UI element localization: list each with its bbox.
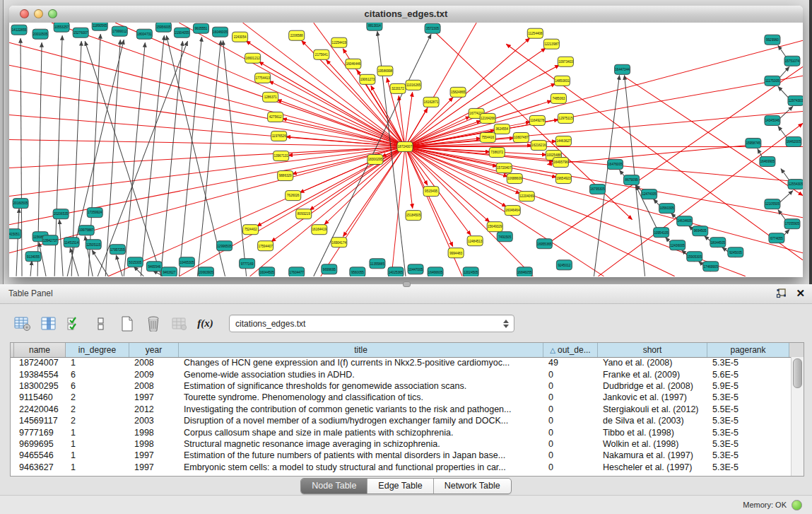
table-cell[interactable]: Yano et al. (2008): [598, 358, 707, 368]
table-cell[interactable]: 5.3E-5: [707, 392, 789, 402]
table-cell[interactable]: 5.6E-5: [707, 370, 789, 380]
table-cell[interactable]: de Silva et al. (2003): [598, 416, 707, 426]
tab-network-table[interactable]: Network Table: [434, 479, 511, 493]
delete-table-icon[interactable]: [143, 314, 163, 333]
column-visibility-icon[interactable]: [39, 314, 58, 333]
table-cell[interactable]: 1998: [129, 439, 179, 449]
column-header-pagerank[interactable]: pagerank: [707, 343, 789, 357]
scrollbar-thumb[interactable]: [793, 358, 802, 388]
table-cell[interactable]: 1997: [129, 450, 179, 460]
table-cell[interactable]: 1998: [129, 428, 179, 438]
table-cell[interactable]: 6: [66, 381, 129, 391]
column-header-in-degree[interactable]: in_degree: [66, 343, 129, 357]
table-cell[interactable]: 1997: [129, 462, 179, 472]
table-cell[interactable]: Dudbridge et al. (2008): [598, 381, 707, 391]
panel-resize-handle[interactable]: [403, 281, 411, 287]
table-cell[interactable]: Structural magnetic resonance image aver…: [179, 439, 543, 449]
table-cell[interactable]: 5.5E-5: [707, 404, 789, 414]
table-cell[interactable]: 9463627: [14, 462, 66, 472]
table-cell[interactable]: 0: [543, 381, 598, 391]
table-cell[interactable]: 9465546: [14, 450, 66, 460]
table-cell[interactable]: 2012: [129, 404, 179, 414]
table-cell[interactable]: Franke et al. (2009): [598, 370, 707, 380]
network-view-canvas[interactable]: 1412285520010505105532571527600711890565…: [9, 23, 803, 276]
table-cell[interactable]: 1: [66, 450, 129, 460]
table-cell[interactable]: Estimation of the future numbers of pati…: [179, 450, 543, 460]
table-row[interactable]: 1830029562008Estimation of significance …: [11, 380, 792, 392]
table-cell[interactable]: 9699695: [14, 439, 66, 449]
table-cell[interactable]: Tourette syndrome. Phenomenology and cla…: [179, 392, 543, 402]
table-row[interactable]: 946554611997Estimation of the future num…: [11, 450, 792, 461]
table-cell[interactable]: 6: [66, 370, 129, 380]
table-cell[interactable]: 0: [543, 392, 598, 402]
row-select-icon[interactable]: [65, 314, 84, 333]
table-cell[interactable]: 2003: [129, 416, 179, 426]
table-cell[interactable]: 2: [66, 392, 129, 402]
tab-edge-table[interactable]: Edge Table: [367, 479, 433, 493]
close-window-button[interactable]: [20, 9, 29, 18]
table-row[interactable]: 1938455462009Genome-wide association stu…: [11, 368, 792, 380]
table-cell[interactable]: 9777169: [14, 428, 66, 438]
table-cell[interactable]: Hescheler et al. (1997): [598, 462, 707, 472]
table-cell[interactable]: 5.3E-5: [707, 439, 789, 449]
table-cell[interactable]: Estimation of significance thresholds fo…: [179, 381, 543, 391]
table-cell[interactable]: Investigating the contribution of common…: [179, 404, 543, 414]
table-cell[interactable]: 5.3E-5: [707, 462, 789, 472]
table-cell[interactable]: 19384554: [14, 370, 66, 380]
table-cell[interactable]: 0: [543, 404, 598, 414]
table-cell[interactable]: Corpus callosum shape and size in male p…: [179, 428, 543, 438]
table-cell[interactable]: 2: [66, 404, 129, 414]
table-cell[interactable]: 0: [543, 416, 598, 426]
column-header-year[interactable]: year: [129, 343, 179, 357]
table-cell[interactable]: Jankovic et al. (1997): [598, 392, 707, 402]
table-cell[interactable]: 14569117: [14, 416, 66, 426]
table-cell[interactable]: 5.3E-5: [707, 416, 789, 426]
table-cell[interactable]: 1: [66, 439, 129, 449]
float-panel-icon[interactable]: [776, 288, 787, 299]
table-panel-header[interactable]: Table Panel ✕: [0, 284, 812, 304]
table-row[interactable]: 911546021997Tourette syndrome. Phenomeno…: [11, 392, 792, 403]
column-header-short[interactable]: short: [598, 343, 707, 357]
table-row[interactable]: 1872400712008Changes of HCN gene express…: [11, 357, 792, 368]
table-cell[interactable]: Genome-wide association studies in ADHD.: [179, 370, 543, 380]
table-cell[interactable]: 5.3E-5: [707, 428, 789, 438]
table-cell[interactable]: Stergiakouli et al. (2012): [598, 404, 707, 414]
table-cell[interactable]: Embryonic stem cells: a model to study s…: [179, 462, 543, 472]
column-header-title[interactable]: title: [179, 343, 543, 357]
table-row[interactable]: 946362711997Embryonic stem cells: a mode…: [11, 462, 792, 473]
table-cell[interactable]: 0: [543, 462, 598, 472]
vertical-scrollbar[interactable]: [791, 357, 804, 476]
row-height-icon[interactable]: [91, 314, 110, 333]
table-row[interactable]: 1456911722003Disruption of a novel membe…: [11, 415, 792, 426]
table-cell[interactable]: 5.9E-5: [707, 381, 789, 391]
table-cell[interactable]: 2009: [129, 370, 179, 380]
import-table-icon[interactable]: [13, 314, 32, 333]
table-cell[interactable]: Wolkin et al. (1998): [598, 439, 707, 449]
new-table-icon[interactable]: [117, 314, 136, 333]
table-row[interactable]: 2242004622012Investigating the contribut…: [11, 404, 792, 415]
table-cell[interactable]: Disruption of a novel member of a sodium…: [179, 416, 543, 426]
table-cell[interactable]: 1: [66, 428, 129, 438]
close-panel-icon[interactable]: ✕: [796, 287, 805, 300]
table-cell[interactable]: 0: [543, 450, 598, 460]
table-row[interactable]: 977716911998Corpus callosum shape and si…: [11, 426, 792, 438]
table-cell[interactable]: 0: [543, 370, 598, 380]
table-cell[interactable]: 18724007: [14, 358, 66, 368]
table-cell[interactable]: 49: [543, 358, 598, 368]
network-window-titlebar[interactable]: citations_edges.txt: [9, 6, 803, 23]
table-cell[interactable]: 0: [543, 428, 598, 438]
column-header-name[interactable]: name: [14, 343, 66, 357]
table-cell[interactable]: 2008: [129, 381, 179, 391]
table-cell[interactable]: Changes of HCN gene expression and I(f) …: [179, 358, 543, 368]
minimize-window-button[interactable]: [34, 9, 43, 18]
table-cell[interactable]: 2: [66, 416, 129, 426]
table-cell[interactable]: 5.3E-5: [707, 358, 789, 368]
table-cell[interactable]: 1: [66, 462, 129, 472]
table-cell[interactable]: 1: [66, 358, 129, 368]
table-row[interactable]: 969969511998Structural magnetic resonanc…: [11, 438, 792, 450]
tab-node-table[interactable]: Node Table: [301, 479, 367, 493]
table-cell[interactable]: 22420046: [14, 404, 66, 414]
table-cell[interactable]: Nakamura et al. (1997): [598, 450, 707, 460]
table-chooser-dropdown[interactable]: citations_edges.txt: [229, 315, 514, 332]
table-cell[interactable]: 1997: [129, 392, 179, 402]
